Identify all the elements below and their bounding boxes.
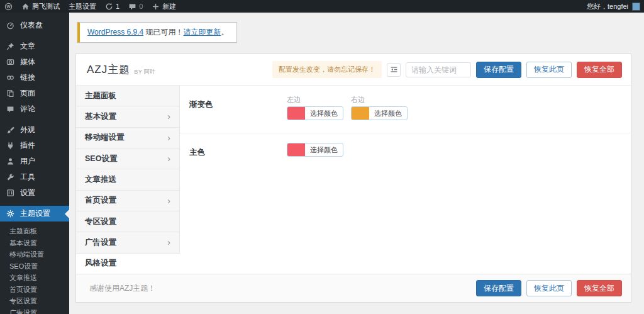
update-now-link[interactable]: 请立即更新 [184,28,221,36]
choose-color-button-gradient-left[interactable]: 选择颜色 [287,106,343,120]
submenu-item-zone-settings[interactable]: 专区设置 [0,295,69,307]
unsaved-warning: 配置发生改变，请勿忘记保存！ [272,61,382,78]
sidebar-item-label: 媒体 [20,57,35,67]
tab-label: 广告设置 [85,237,116,248]
tab-label: 移动端设置 [85,132,125,143]
submenu-item-post-push[interactable]: 文章推送 [0,272,69,284]
page-title: AZJ主题 [87,62,130,77]
restore-all-button[interactable]: 恢复全部 [577,62,622,78]
color-swatch [352,107,369,120]
admin-bar: W 腾飞测试 主题设置 1 0 新建 您好，tengfei [0,0,644,13]
sidebar-item-dashboard[interactable]: 仪表盘 [0,18,69,33]
sidebar-item-plugins[interactable]: 插件 [0,138,69,154]
settings-panel: 渐变色左边选择颜色右边选择颜色主色选择颜色 [180,86,631,274]
submenu-item-home-settings[interactable]: 首页设置 [0,284,69,296]
sidebar-item-posts[interactable]: 文章 [0,38,69,54]
tab-seo-settings[interactable]: SEO设置› [76,149,179,169]
update-notice: WordPress 6.9.4 现已可用！请立即更新。 [77,22,237,43]
thanks-text: 感谢使用AZJ主题！ [89,283,155,294]
notice-text: 现已可用！ [143,28,183,36]
sidebar-item-links[interactable]: 链接 [0,70,69,86]
account-menu[interactable]: 您好，tengfei [587,2,644,11]
wp-logo-menu[interactable]: W [0,0,17,13]
sidebar-item-comments[interactable]: 评论 [0,101,69,117]
color-swatch [287,143,305,156]
posts-icon [6,42,15,50]
adminbar-theme-settings[interactable]: 主题设置 [64,0,101,13]
choose-color-button-primary[interactable]: 选择颜色 [287,143,343,157]
tab-mobile-settings[interactable]: 移动端设置› [76,128,179,149]
links-icon [6,74,15,82]
card-footer: 感谢使用AZJ主题！ 保存配置 恢复此页 恢复全部 [76,274,631,302]
choose-color-label: 选择颜色 [369,107,407,120]
choose-color-button-gradient-right[interactable]: 选择颜色 [351,106,408,120]
footer-save-config-button[interactable]: 保存配置 [476,280,521,296]
brush-icon [6,126,15,134]
sidebar-item-settings[interactable]: 设置 [0,185,69,201]
sidebar-item-label: 插件 [20,140,35,151]
chevron-right-icon: › [167,238,170,247]
sidebar-item-label: 工具 [20,172,35,182]
submenu-item-mobile-settings[interactable]: 移动端设置 [0,249,69,261]
chevron-right-icon: › [167,196,170,205]
tab-label: SEO设置 [85,154,117,164]
pages-icon [6,89,15,98]
updates-link[interactable]: 1 [101,0,124,13]
color-picker-group: 选择颜色 [287,143,343,158]
sidebar-item-users[interactable]: 用户 [0,154,69,169]
tab-label: 专区设置 [85,216,116,227]
tab-label: 基本设置 [85,111,116,122]
sidebar-item-label: 链接 [20,72,35,83]
picker-sublabel: 右边 [351,95,408,103]
tab-zone-settings[interactable]: 专区设置 [76,211,179,232]
sidebar-item-label: 仪表盘 [20,20,43,31]
tab-basic-settings[interactable]: 基本设置› [76,106,179,127]
setting-row-gradient-color: 渐变色左边选择颜色右边选择颜色 [180,86,631,133]
sidebar-item-pages[interactable]: 页面 [0,86,69,101]
plugin-icon [6,142,15,150]
choose-color-label: 选择颜色 [305,143,343,156]
sidebar-item-tools[interactable]: 工具 [0,169,69,185]
site-link[interactable]: 腾飞测试 [17,0,64,13]
plus-icon [152,3,160,11]
tab-label: 主题面板 [85,91,116,101]
tab-label: 风格设置 [85,258,116,269]
submenu-item-ad-settings[interactable]: 广告设置 [0,307,69,314]
color-swatch [287,107,305,120]
wordpress-version-link[interactable]: WordPress 6.9.4 [87,28,143,36]
comments-link[interactable]: 0 [124,0,147,13]
tab-ad-settings[interactable]: 广告设置› [76,232,179,253]
save-config-button[interactable]: 保存配置 [476,62,521,78]
chevron-right-icon: › [167,154,170,163]
tab-label: 文章推送 [85,174,116,185]
sidebar-item-media[interactable]: 媒体 [0,54,69,70]
update-icon [105,3,113,11]
tab-style-settings[interactable]: 风格设置 [76,254,180,274]
tab-home-settings[interactable]: 首页设置› [76,191,179,211]
picker-sublabel: 左边 [287,95,343,103]
footer-restore-page-button[interactable]: 恢复此页 [526,280,572,296]
restore-page-button[interactable]: 恢复此页 [526,62,572,78]
sidebar-item-label: 设置 [20,188,35,198]
home-icon [21,3,30,11]
submenu-item-theme-panel[interactable]: 主题面板 [0,225,69,237]
new-content-menu[interactable]: 新建 [147,0,180,13]
submenu-item-basic-settings[interactable]: 基本设置 [0,237,69,249]
collapse-panel-button[interactable] [387,63,401,77]
choose-color-label: 选择颜色 [305,107,343,120]
footer-restore-all-button[interactable]: 恢复全部 [577,280,622,296]
sidebar-item-label: 外观 [20,125,35,135]
setting-label: 渐变色 [189,95,287,120]
search-input[interactable] [406,62,471,77]
tab-post-push[interactable]: 文章推送 [76,169,179,190]
setting-label: 主色 [189,143,287,158]
theme-settings-submenu: 主题面板基本设置移动端设置SEO设置文章推送首页设置专区设置广告设置 [0,221,69,314]
sidebar-item-appearance[interactable]: 外观 [0,122,69,138]
sidebar-item-theme-settings[interactable]: 主题设置 [0,206,69,221]
sidebar-item-label: 文章 [20,41,35,52]
sidebar-item-label: 主题设置 [20,208,50,219]
color-picker-group: 左边选择颜色右边选择颜色 [287,95,408,120]
submenu-item-seo-settings[interactable]: SEO设置 [0,261,69,272]
media-icon [6,58,15,66]
tab-theme-panel[interactable]: 主题面板 [76,86,179,106]
